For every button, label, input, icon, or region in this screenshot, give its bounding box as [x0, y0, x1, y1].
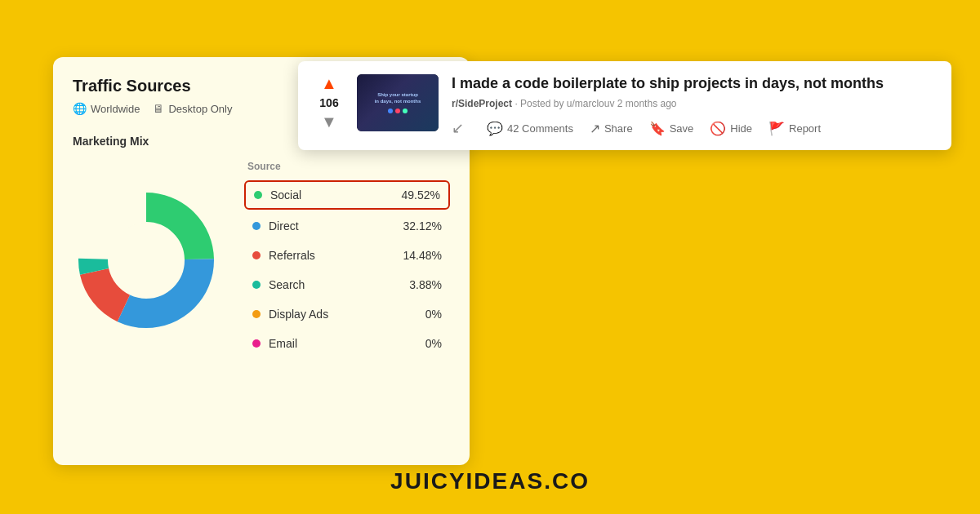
donut-svg	[73, 187, 220, 334]
post-thumbnail[interactable]: Ship your startupin days, not months	[357, 74, 439, 131]
share-icon: ↗	[590, 121, 600, 136]
thumbnail-text: Ship your startupin days, not months	[375, 92, 421, 105]
email-label: Email	[269, 337, 425, 350]
source-header: Source	[244, 161, 450, 172]
thumbnail-inner: Ship your startupin days, not months	[357, 74, 439, 131]
share-label: Share	[604, 122, 633, 135]
display-ads-pct: 0%	[425, 308, 442, 321]
filter-desktop-label: Desktop Only	[168, 103, 232, 115]
referrals-dot	[252, 251, 261, 259]
source-row-referrals[interactable]: Referrals 14.48%	[244, 242, 450, 268]
source-row-direct[interactable]: Direct 32.12%	[244, 213, 450, 239]
upvote-button[interactable]: ▲	[321, 74, 337, 93]
reddit-inner: ▲ 106 ▼ Ship your startupin days, not mo…	[314, 74, 935, 137]
hide-icon: 🚫	[710, 121, 726, 136]
globe-icon: 🌐	[73, 102, 87, 115]
subreddit-label[interactable]: r/SideProject	[452, 98, 512, 109]
referrals-pct: 14.48%	[403, 249, 442, 262]
comments-label: 42 Comments	[507, 122, 573, 135]
source-row-email[interactable]: Email 0%	[244, 330, 450, 357]
search-dot	[252, 281, 261, 289]
report-button[interactable]: 🚩 Report	[768, 121, 821, 136]
filter-worldwide[interactable]: 🌐 Worldwide	[73, 102, 140, 115]
direct-label: Direct	[269, 219, 403, 233]
report-icon: 🚩	[768, 121, 785, 136]
chart-area: Source Social 49.52% Direct 32.12% Refer…	[73, 161, 450, 360]
comments-icon: 💬	[487, 121, 503, 136]
social-label: Social	[270, 188, 402, 202]
reddit-card: ▲ 106 ▼ Ship your startupin days, not mo…	[298, 61, 951, 150]
save-icon: 🔖	[649, 121, 666, 136]
share-button[interactable]: ↗ Share	[590, 121, 633, 136]
report-label: Report	[789, 122, 821, 135]
svg-point-4	[109, 223, 184, 298]
donut-chart	[73, 187, 220, 334]
redirect-icon: ↙	[452, 119, 464, 137]
search-label: Search	[269, 278, 409, 291]
downvote-button[interactable]: ▼	[321, 113, 337, 131]
direct-dot	[252, 222, 261, 230]
save-label: Save	[670, 122, 694, 135]
dot1	[388, 109, 393, 113]
monitor-icon: 🖥	[153, 102, 164, 115]
post-actions: ↙ 💬 42 Comments ↗ Share 🔖 Save 🚫 Hide	[452, 119, 935, 137]
dot2	[395, 109, 400, 113]
dot3	[403, 109, 408, 113]
thumbnail-dots	[388, 109, 408, 113]
email-pct: 0%	[425, 337, 442, 350]
filter-desktop[interactable]: 🖥 Desktop Only	[153, 102, 232, 115]
brand-footer: JUICYIDEAS.CO	[390, 468, 590, 494]
post-meta: r/SideProject · Posted by u/marclouv 2 m…	[452, 98, 935, 109]
source-row-social[interactable]: Social 49.52%	[244, 180, 450, 210]
vote-section: ▲ 106 ▼	[314, 74, 344, 131]
post-meta-author: Posted by u/marclouv 2 months ago	[520, 98, 676, 109]
display-ads-label: Display Ads	[269, 308, 425, 321]
email-dot	[252, 339, 261, 348]
hide-label: Hide	[730, 122, 752, 135]
referrals-label: Referrals	[269, 249, 403, 262]
post-title[interactable]: I made a code boilerplate to ship projec…	[452, 74, 935, 93]
vote-count: 106	[319, 96, 338, 109]
save-button[interactable]: 🔖 Save	[649, 121, 694, 136]
filter-worldwide-label: Worldwide	[91, 103, 140, 115]
display-ads-dot	[252, 310, 261, 318]
source-row-search[interactable]: Search 3.88%	[244, 272, 450, 298]
hide-button[interactable]: 🚫 Hide	[710, 121, 752, 136]
direct-pct: 32.12%	[403, 219, 442, 233]
source-row-display-ads[interactable]: Display Ads 0%	[244, 301, 450, 327]
source-table: Source Social 49.52% Direct 32.12% Refer…	[244, 161, 450, 360]
search-pct: 3.88%	[409, 278, 442, 291]
post-content: I made a code boilerplate to ship projec…	[452, 74, 935, 137]
comments-button[interactable]: 💬 42 Comments	[487, 121, 573, 136]
social-dot	[254, 191, 262, 199]
social-pct: 49.52%	[402, 188, 440, 202]
